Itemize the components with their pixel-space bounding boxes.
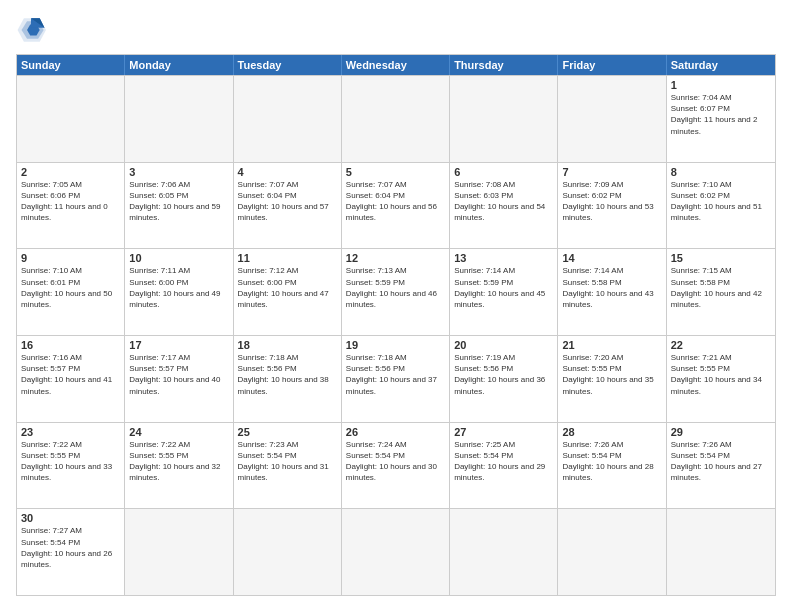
day-number: 13 [454,252,553,264]
logo [16,16,50,44]
day-number: 23 [21,426,120,438]
day-info: Sunrise: 7:07 AM Sunset: 6:04 PM Dayligh… [238,179,337,224]
calendar-row-0: 1Sunrise: 7:04 AM Sunset: 6:07 PM Daylig… [17,75,775,162]
general-blue-logo-icon [16,16,46,44]
day-info: Sunrise: 7:26 AM Sunset: 5:54 PM Dayligh… [671,439,771,484]
day-number: 12 [346,252,445,264]
day-number: 22 [671,339,771,351]
calendar: SundayMondayTuesdayWednesdayThursdayFrid… [16,54,776,596]
day-info: Sunrise: 7:12 AM Sunset: 6:00 PM Dayligh… [238,265,337,310]
calendar-row-4: 23Sunrise: 7:22 AM Sunset: 5:55 PM Dayli… [17,422,775,509]
calendar-cell [450,76,558,162]
calendar-body: 1Sunrise: 7:04 AM Sunset: 6:07 PM Daylig… [17,75,775,595]
weekday-header-tuesday: Tuesday [234,55,342,75]
weekday-header-friday: Friday [558,55,666,75]
weekday-header-saturday: Saturday [667,55,775,75]
day-number: 18 [238,339,337,351]
day-number: 19 [346,339,445,351]
day-number: 30 [21,512,120,524]
day-info: Sunrise: 7:08 AM Sunset: 6:03 PM Dayligh… [454,179,553,224]
day-info: Sunrise: 7:22 AM Sunset: 5:55 PM Dayligh… [21,439,120,484]
calendar-cell: 1Sunrise: 7:04 AM Sunset: 6:07 PM Daylig… [667,76,775,162]
calendar-cell [342,76,450,162]
calendar-cell: 10Sunrise: 7:11 AM Sunset: 6:00 PM Dayli… [125,249,233,335]
day-number: 16 [21,339,120,351]
day-info: Sunrise: 7:17 AM Sunset: 5:57 PM Dayligh… [129,352,228,397]
calendar-cell: 18Sunrise: 7:18 AM Sunset: 5:56 PM Dayli… [234,336,342,422]
calendar-cell [558,509,666,595]
calendar-cell: 9Sunrise: 7:10 AM Sunset: 6:01 PM Daylig… [17,249,125,335]
day-number: 7 [562,166,661,178]
day-number: 3 [129,166,228,178]
day-number: 6 [454,166,553,178]
day-info: Sunrise: 7:23 AM Sunset: 5:54 PM Dayligh… [238,439,337,484]
calendar-cell: 28Sunrise: 7:26 AM Sunset: 5:54 PM Dayli… [558,423,666,509]
calendar-cell: 29Sunrise: 7:26 AM Sunset: 5:54 PM Dayli… [667,423,775,509]
page-header [16,16,776,44]
day-number: 11 [238,252,337,264]
day-info: Sunrise: 7:14 AM Sunset: 5:59 PM Dayligh… [454,265,553,310]
day-number: 28 [562,426,661,438]
calendar-cell [234,76,342,162]
day-info: Sunrise: 7:04 AM Sunset: 6:07 PM Dayligh… [671,92,771,137]
calendar-cell: 23Sunrise: 7:22 AM Sunset: 5:55 PM Dayli… [17,423,125,509]
calendar-cell: 27Sunrise: 7:25 AM Sunset: 5:54 PM Dayli… [450,423,558,509]
day-info: Sunrise: 7:24 AM Sunset: 5:54 PM Dayligh… [346,439,445,484]
day-number: 8 [671,166,771,178]
calendar-cell: 14Sunrise: 7:14 AM Sunset: 5:58 PM Dayli… [558,249,666,335]
day-info: Sunrise: 7:06 AM Sunset: 6:05 PM Dayligh… [129,179,228,224]
day-info: Sunrise: 7:21 AM Sunset: 5:55 PM Dayligh… [671,352,771,397]
day-number: 26 [346,426,445,438]
weekday-header-sunday: Sunday [17,55,125,75]
weekday-header-thursday: Thursday [450,55,558,75]
calendar-cell: 21Sunrise: 7:20 AM Sunset: 5:55 PM Dayli… [558,336,666,422]
day-info: Sunrise: 7:19 AM Sunset: 5:56 PM Dayligh… [454,352,553,397]
calendar-cell [667,509,775,595]
calendar-row-2: 9Sunrise: 7:10 AM Sunset: 6:01 PM Daylig… [17,248,775,335]
calendar-cell: 2Sunrise: 7:05 AM Sunset: 6:06 PM Daylig… [17,163,125,249]
day-info: Sunrise: 7:09 AM Sunset: 6:02 PM Dayligh… [562,179,661,224]
day-number: 21 [562,339,661,351]
day-number: 29 [671,426,771,438]
calendar-cell [450,509,558,595]
calendar-cell: 8Sunrise: 7:10 AM Sunset: 6:02 PM Daylig… [667,163,775,249]
calendar-row-3: 16Sunrise: 7:16 AM Sunset: 5:57 PM Dayli… [17,335,775,422]
calendar-cell: 24Sunrise: 7:22 AM Sunset: 5:55 PM Dayli… [125,423,233,509]
day-number: 17 [129,339,228,351]
day-info: Sunrise: 7:26 AM Sunset: 5:54 PM Dayligh… [562,439,661,484]
day-number: 24 [129,426,228,438]
calendar-cell: 25Sunrise: 7:23 AM Sunset: 5:54 PM Dayli… [234,423,342,509]
weekday-header-monday: Monday [125,55,233,75]
day-info: Sunrise: 7:14 AM Sunset: 5:58 PM Dayligh… [562,265,661,310]
calendar-cell [342,509,450,595]
calendar-cell: 30Sunrise: 7:27 AM Sunset: 5:54 PM Dayli… [17,509,125,595]
day-info: Sunrise: 7:18 AM Sunset: 5:56 PM Dayligh… [238,352,337,397]
calendar-cell [125,509,233,595]
day-info: Sunrise: 7:10 AM Sunset: 6:01 PM Dayligh… [21,265,120,310]
day-info: Sunrise: 7:07 AM Sunset: 6:04 PM Dayligh… [346,179,445,224]
calendar-cell [17,76,125,162]
day-info: Sunrise: 7:16 AM Sunset: 5:57 PM Dayligh… [21,352,120,397]
calendar-cell: 19Sunrise: 7:18 AM Sunset: 5:56 PM Dayli… [342,336,450,422]
calendar-cell: 5Sunrise: 7:07 AM Sunset: 6:04 PM Daylig… [342,163,450,249]
day-number: 25 [238,426,337,438]
day-info: Sunrise: 7:05 AM Sunset: 6:06 PM Dayligh… [21,179,120,224]
day-info: Sunrise: 7:11 AM Sunset: 6:00 PM Dayligh… [129,265,228,310]
day-number: 2 [21,166,120,178]
day-info: Sunrise: 7:10 AM Sunset: 6:02 PM Dayligh… [671,179,771,224]
calendar-cell: 4Sunrise: 7:07 AM Sunset: 6:04 PM Daylig… [234,163,342,249]
calendar-cell: 12Sunrise: 7:13 AM Sunset: 5:59 PM Dayli… [342,249,450,335]
calendar-cell: 15Sunrise: 7:15 AM Sunset: 5:58 PM Dayli… [667,249,775,335]
calendar-cell [125,76,233,162]
day-number: 9 [21,252,120,264]
day-info: Sunrise: 7:13 AM Sunset: 5:59 PM Dayligh… [346,265,445,310]
calendar-cell: 11Sunrise: 7:12 AM Sunset: 6:00 PM Dayli… [234,249,342,335]
day-number: 14 [562,252,661,264]
calendar-row-5: 30Sunrise: 7:27 AM Sunset: 5:54 PM Dayli… [17,508,775,595]
calendar-cell [234,509,342,595]
weekday-header-wednesday: Wednesday [342,55,450,75]
calendar-cell: 16Sunrise: 7:16 AM Sunset: 5:57 PM Dayli… [17,336,125,422]
calendar-cell: 7Sunrise: 7:09 AM Sunset: 6:02 PM Daylig… [558,163,666,249]
day-info: Sunrise: 7:18 AM Sunset: 5:56 PM Dayligh… [346,352,445,397]
calendar-cell: 17Sunrise: 7:17 AM Sunset: 5:57 PM Dayli… [125,336,233,422]
